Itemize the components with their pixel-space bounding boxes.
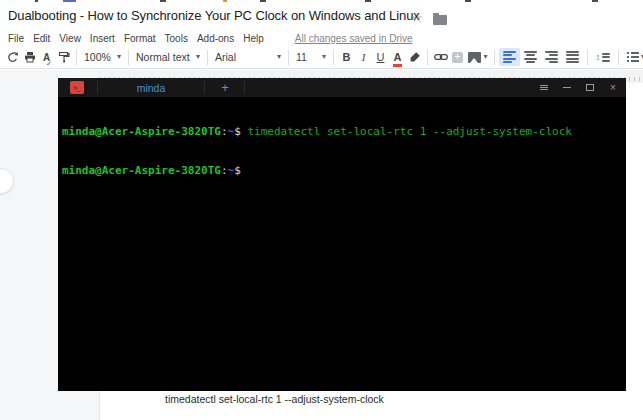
italic-button[interactable]: I <box>355 48 372 66</box>
caption-text[interactable]: timedatectl set-local-rtc 1 --adjust-sys… <box>165 393 384 405</box>
align-justify-icon <box>566 49 579 65</box>
prompt-user: minda@Acer-Aspire-3820TG <box>62 125 221 138</box>
bold-button[interactable]: B <box>338 48 355 66</box>
separator <box>618 50 619 65</box>
spellcheck-icon: A <box>43 52 50 63</box>
separator <box>207 50 208 65</box>
align-left-button[interactable] <box>499 48 520 66</box>
page-edge-circle <box>0 168 14 194</box>
prompt-user: minda@Acer-Aspire-3820TG <box>62 164 221 177</box>
star-icon[interactable]: ☆ <box>411 10 423 25</box>
print-icon <box>24 51 36 63</box>
insert-link-button[interactable] <box>432 48 449 66</box>
highlighter-pen-icon <box>409 51 421 63</box>
save-status[interactable]: All changes saved in Drive <box>295 33 413 44</box>
menu-tools[interactable]: Tools <box>165 33 188 44</box>
chevron-down-icon: ▾ <box>196 53 200 61</box>
menu-bar: File Edit View Insert Format Tools Add-o… <box>8 33 413 44</box>
chevron-down-icon: ▾ <box>117 53 121 61</box>
prompt-dollar: $ <box>234 164 241 177</box>
align-center-button[interactable] <box>520 48 541 66</box>
separator <box>128 50 129 65</box>
docs-header: Dualbooting - How to Synchronize Your PC… <box>0 2 643 46</box>
new-tab-button[interactable]: + <box>206 81 244 94</box>
align-right-icon <box>545 49 558 65</box>
terminal-titlebar: >_ minda + × <box>58 78 626 97</box>
terminal-command: timedatectl set-local-rtc 1 --adjust-sys… <box>241 125 572 138</box>
link-icon <box>434 51 448 63</box>
spellcheck-button[interactable]: A <box>38 48 55 66</box>
font-select[interactable]: Arial▾ <box>212 48 284 66</box>
prompt-colon: : <box>221 164 228 177</box>
minimize-icon[interactable] <box>562 82 572 94</box>
separator <box>333 50 334 65</box>
terminal-line: minda@Acer-Aspire-3820TG:~$ timedatectl … <box>62 125 626 138</box>
insert-comment-button[interactable]: + <box>449 48 466 66</box>
terminal-app-icon: >_ <box>70 81 84 94</box>
numbered-list-icon <box>627 52 639 62</box>
prompt-colon: : <box>221 125 228 138</box>
terminal-tab[interactable]: minda <box>98 82 204 94</box>
terminal-output: minda@Acer-Aspire-3820TG:~$ timedatectl … <box>58 97 626 203</box>
font-size-select[interactable]: 11▾ <box>293 48 329 66</box>
image-icon <box>468 52 481 63</box>
menu-view[interactable]: View <box>59 33 81 44</box>
comment-plus-icon: + <box>452 52 463 63</box>
separator <box>76 50 77 65</box>
menu-icon[interactable] <box>539 82 549 94</box>
insert-image-button[interactable]: ▾ <box>466 48 490 66</box>
chevron-down-icon: ▾ <box>322 53 326 61</box>
underline-button[interactable]: U <box>372 48 389 66</box>
align-right-button[interactable] <box>541 48 562 66</box>
menu-help[interactable]: Help <box>243 33 264 44</box>
separator <box>494 50 495 65</box>
menu-edit[interactable]: Edit <box>33 33 50 44</box>
redo-button[interactable] <box>4 48 21 66</box>
menu-addons[interactable]: Add-ons <box>197 33 234 44</box>
chevron-down-icon: ▾ <box>483 53 487 61</box>
paint-roller-icon <box>58 51 70 63</box>
window-controls: × <box>539 78 618 97</box>
align-justify-button[interactable] <box>562 48 583 66</box>
menu-insert[interactable]: Insert <box>90 33 115 44</box>
zoom-select[interactable]: 100%▾ <box>81 48 124 66</box>
print-button[interactable] <box>21 48 38 66</box>
menu-file[interactable]: File <box>8 33 24 44</box>
close-icon[interactable]: × <box>608 82 618 94</box>
highlight-button[interactable] <box>406 48 423 66</box>
toolbar: A 100%▾ Normal text▾ Arial▾ 11▾ B I U A … <box>0 46 643 69</box>
tab-separator <box>244 81 245 94</box>
chevron-down-icon: ▾ <box>277 53 281 61</box>
separator <box>587 50 588 65</box>
separator <box>288 50 289 65</box>
list-button[interactable]: ▾ <box>623 48 643 66</box>
align-center-icon <box>524 49 537 65</box>
terminal-line: minda@Acer-Aspire-3820TG:~$ <box>62 164 626 177</box>
line-spacing-icon: ↕ <box>596 51 611 63</box>
menu-format[interactable]: Format <box>124 33 156 44</box>
tab-separator <box>204 81 205 94</box>
terminal-screenshot-image[interactable]: >_ minda + × minda@Acer-Aspire-3820TG:~$… <box>58 78 626 391</box>
paragraph-style-select[interactable]: Normal text▾ <box>133 48 203 66</box>
paint-format-button[interactable] <box>55 48 72 66</box>
align-left-icon <box>503 49 516 65</box>
maximize-icon[interactable] <box>585 82 595 94</box>
redo-icon <box>7 51 19 63</box>
prompt-dollar: $ <box>234 125 241 138</box>
document-title[interactable]: Dualbooting - How to Synchronize Your PC… <box>8 8 420 23</box>
text-color-icon: A <box>394 52 402 63</box>
text-color-button[interactable]: A <box>389 48 406 66</box>
folder-icon[interactable] <box>433 15 447 25</box>
separator <box>427 50 428 65</box>
line-spacing-button[interactable]: ↕ <box>592 48 614 66</box>
